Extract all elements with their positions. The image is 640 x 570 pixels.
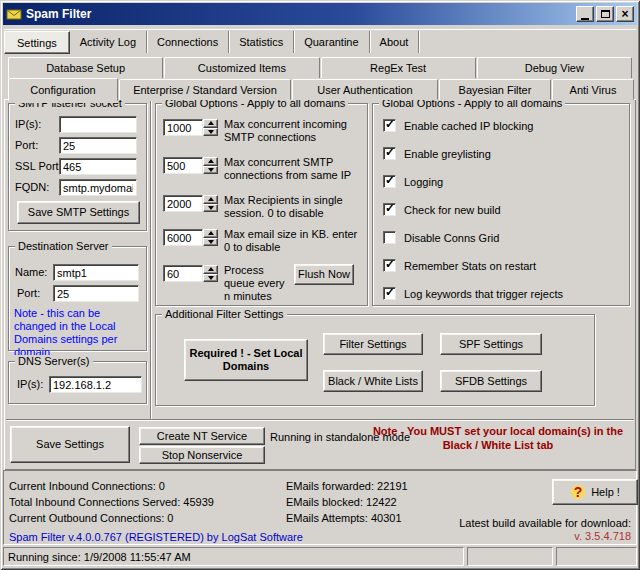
tab-connections[interactable]: Connections (147, 31, 229, 53)
tab-statistics[interactable]: Statistics (229, 31, 294, 53)
tab-anti-virus[interactable]: Anti Virus (552, 79, 634, 100)
spin-up-button[interactable] (203, 265, 218, 274)
tab-activity-log[interactable]: Activity Log (70, 31, 147, 53)
tab-bayesian-filter[interactable]: Bayesian Filter (439, 79, 551, 100)
ssl-port-label: SSL Port: (15, 160, 62, 172)
stat-emails-forwarded: EMails forwarded: 22191 (286, 480, 408, 492)
process-queue-minutes-label: Process queue every n minutes (224, 264, 290, 303)
save-smtp-settings-button[interactable]: Save SMTP Settings (17, 201, 140, 224)
dest-port-label: Port: (17, 287, 40, 299)
global-options-spin-group: Global Options - Apply to all domains Ma… (155, 103, 368, 306)
additional-filter-settings-title: Additional Filter Settings (162, 308, 287, 320)
spf-settings-button[interactable]: SPF Settings (440, 333, 542, 355)
tab-about[interactable]: About (370, 31, 420, 53)
close-button[interactable]: × (616, 6, 634, 22)
smtp-port-input[interactable] (59, 137, 137, 154)
statistics-panel: Current Inbound Connections: 0 Total Inb… (3, 470, 637, 545)
spin-down-icon (208, 240, 214, 244)
spin-down-button[interactable] (203, 238, 218, 247)
sfdb-settings-button[interactable]: SFDB Settings (440, 370, 542, 392)
flush-now-button[interactable]: Flush Now (294, 264, 354, 285)
checkbox-enable-cached-ip-blocking[interactable] (383, 119, 396, 132)
help-button[interactable]: ? Help ! (552, 479, 638, 505)
dns-servers-group: DNS Server(s) IP(s): (8, 361, 147, 404)
checkbox-disable-conns-grid[interactable] (383, 231, 396, 244)
spin-up-button[interactable] (203, 119, 218, 128)
smtp-ip-input[interactable] (59, 116, 137, 133)
checkbox-label: Logging (404, 176, 443, 188)
set-local-domains-button[interactable]: Required ! - Set Local Domains (184, 339, 308, 381)
process-queue-minutes-input[interactable] (163, 265, 203, 282)
stat-emails-attempts: EMails Attempts: 40301 (286, 512, 402, 524)
max-recipients-input[interactable] (163, 195, 203, 212)
create-nt-service-button[interactable]: Create NT Service (139, 427, 265, 445)
destination-server-group: Destination Server Name: Port: Note - th… (8, 246, 147, 351)
max-email-size-input[interactable] (163, 229, 203, 246)
spin-up-icon (208, 267, 214, 271)
spin-up-button[interactable] (203, 229, 218, 238)
tab-configuration[interactable]: Configuration (8, 78, 118, 101)
save-settings-button[interactable]: Save Settings (10, 426, 130, 463)
local-domains-warning-note: Note - You MUST set your local domain(s)… (360, 424, 636, 452)
registered-product-link[interactable]: Spam Filter v.4.0.0.767 (REGISTERED) by … (9, 531, 303, 543)
dns-group-title: DNS Server(s) (15, 355, 93, 367)
max-smtp-connections-same-ip-input[interactable] (163, 157, 203, 174)
dest-name-label: Name: (15, 266, 47, 278)
destination-group-title: Destination Server (15, 240, 112, 252)
spin-down-icon (208, 130, 214, 134)
spin-down-icon (208, 206, 214, 210)
tab-debug-view[interactable]: Debug View (477, 57, 632, 78)
spin-down-button[interactable] (203, 274, 218, 283)
dest-name-input[interactable] (53, 264, 139, 281)
tab-regex-test[interactable]: RegEx Test (321, 57, 476, 78)
checkbox-label: Log keywords that trigger rejects (404, 288, 563, 300)
checkbox-logging[interactable] (383, 175, 396, 188)
ip-label: IP(s): (15, 118, 41, 130)
status-bar: Running since: 1/9/2008 11:55:47 AM (3, 547, 637, 566)
checkbox-log-keywords-trigger-rejects[interactable] (383, 287, 396, 300)
spin-down-icon (208, 276, 214, 280)
checkbox-remember-stats-on-restart[interactable] (383, 259, 396, 272)
stat-current-inbound-connections: Current Inbound Connections: 0 (9, 480, 165, 492)
spin-down-button[interactable] (203, 204, 218, 213)
minimize-button[interactable] (576, 6, 594, 22)
checkbox-enable-greylisting[interactable] (383, 147, 396, 160)
minimize-icon (581, 18, 589, 20)
title-bar: Spam Filter × (3, 3, 637, 25)
stop-nonservice-button[interactable]: Stop Nonservice (139, 446, 265, 464)
help-button-label: Help ! (591, 486, 620, 499)
spin-down-button[interactable] (203, 128, 218, 137)
tab-database-setup[interactable]: Database Setup (8, 57, 163, 78)
dest-port-input[interactable] (53, 285, 139, 302)
tab-customized-items[interactable]: Customized Items (164, 57, 319, 78)
spin-up-button[interactable] (203, 195, 218, 204)
spin-up-icon (208, 231, 214, 235)
tab-settings[interactable]: Settings (4, 31, 70, 54)
dns-ip-input[interactable] (49, 376, 142, 393)
fqdn-input[interactable] (59, 179, 137, 196)
filter-settings-button[interactable]: Filter Settings (323, 333, 423, 355)
spin-down-icon (208, 168, 214, 172)
tab-quarantine[interactable]: Quarantine (294, 31, 369, 53)
spam-filter-app-icon (6, 7, 22, 21)
tab-enterprise-standard-version[interactable]: Enterprise / Standard Version (119, 79, 291, 100)
global-options-checks-group: Global Options - Apply to all domains En… (372, 103, 630, 306)
destination-note: Note - this can be changed in the Local … (14, 307, 144, 359)
spin-down-button[interactable] (203, 166, 218, 175)
dns-ip-label: IP(s): (17, 378, 43, 390)
configuration-tab-page: SMTP listener socket IP(s): Port: SSL Po… (4, 99, 636, 470)
running-since-text: Running since: 1/9/2008 11:55:47 AM (8, 551, 191, 563)
spin-up-button[interactable] (203, 157, 218, 166)
status-panel-2 (467, 547, 553, 566)
checkbox-label: Disable Conns Grid (404, 232, 499, 244)
ssl-port-input[interactable] (59, 158, 137, 175)
checkbox-label: Check for new build (404, 204, 501, 216)
max-incoming-smtp-connections-input[interactable] (163, 119, 203, 136)
max-smtp-connections-same-ip-label: Max concurrent SMTP connections from sam… (224, 156, 366, 182)
checkbox-check-for-new-build[interactable] (383, 203, 396, 216)
help-question-icon: ? (570, 484, 586, 500)
black-white-lists-button[interactable]: Black / White Lists (323, 370, 423, 392)
maximize-button[interactable] (596, 6, 614, 22)
tab-user-authentication[interactable]: User Authentication (292, 79, 438, 100)
checkbox-label: Enable cached IP blocking (404, 120, 533, 132)
